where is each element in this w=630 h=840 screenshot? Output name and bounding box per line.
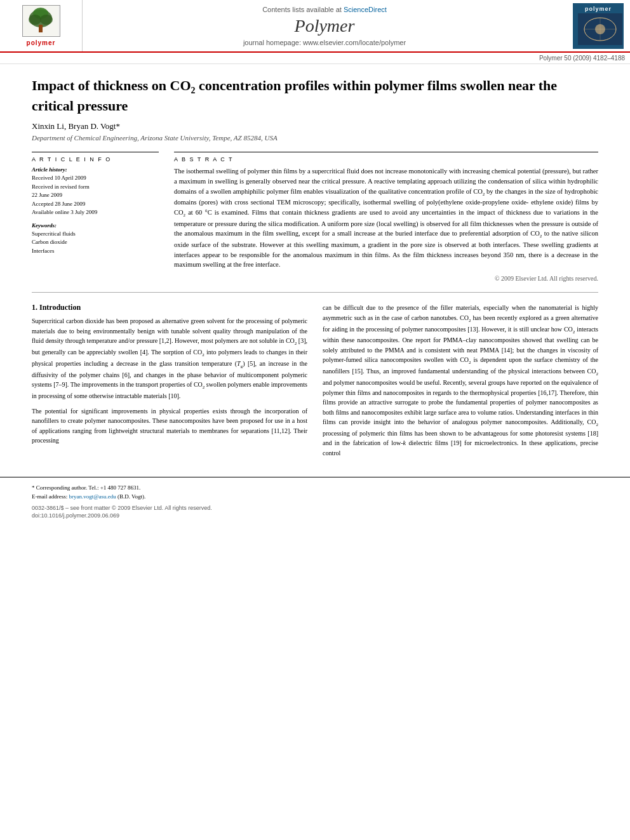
page-footer: * Corresponding author. Tel.: +1 480 727… bbox=[0, 477, 630, 525]
authors-line: Xinxin Li, Bryan D. Vogt* bbox=[32, 121, 598, 131]
elsevier-tree-icon bbox=[22, 5, 60, 37]
svg-point-5 bbox=[40, 15, 53, 25]
main-content: Impact of thickness on CO2 concentration… bbox=[0, 64, 630, 470]
intro-col-right: can be difficult due to the presence of … bbox=[323, 303, 598, 458]
history-group: Article history: Received 10 April 2009 … bbox=[32, 166, 159, 217]
keyword-2: Carbon dioxide bbox=[32, 238, 159, 247]
available-date: Available online 3 July 2009 bbox=[32, 208, 159, 217]
elsevier-logo-section: polymer bbox=[0, 0, 83, 51]
intro-para-2: The potential for significant improvemen… bbox=[32, 406, 307, 446]
polymer-badge: polymer bbox=[573, 3, 624, 49]
journal-header: polymer Contents lists available at Scie… bbox=[0, 0, 630, 53]
abstract-col: A B S T R A C T The isothermal swelling … bbox=[174, 152, 598, 282]
intro-para-3: can be difficult due to the presence of … bbox=[323, 303, 598, 458]
abstract-text: The isothermal swelling of polymer thin … bbox=[174, 166, 598, 270]
section-divider bbox=[32, 292, 598, 293]
revised-date: 22 June 2009 bbox=[32, 191, 159, 200]
affiliation-line: Department of Chemical Engineering, Ariz… bbox=[32, 134, 598, 142]
sciencedirect-anchor[interactable]: ScienceDirect bbox=[344, 6, 387, 13]
journal-homepage: journal homepage: www.elsevier.com/locat… bbox=[243, 39, 406, 46]
history-label: Article history: bbox=[32, 166, 159, 173]
abstract-box: A B S T R A C T The isothermal swelling … bbox=[174, 152, 598, 282]
intro-title: 1. Introduction bbox=[32, 303, 307, 312]
svg-rect-3 bbox=[39, 25, 43, 32]
header-center-block: Contents lists available at ScienceDirec… bbox=[83, 0, 566, 51]
keywords-label: Keywords: bbox=[32, 222, 159, 229]
email-note: E-mail address: bryan.vogt@asu.edu (B.D.… bbox=[32, 493, 598, 502]
journal-title-header: Polymer bbox=[295, 16, 355, 36]
email-link[interactable]: bryan.vogt@asu.edu bbox=[69, 493, 116, 500]
issn-line: 0032-3861/$ – see front matter © 2009 El… bbox=[32, 505, 212, 511]
corresponding-author-note: * Corresponding author. Tel.: +1 480 727… bbox=[32, 484, 598, 493]
article-meta-section: A R T I C L E I N F O Article history: R… bbox=[32, 152, 598, 282]
polymer-badge-section: polymer bbox=[566, 0, 630, 51]
introduction-section: 1. Introduction Supercritical carbon dio… bbox=[32, 303, 598, 458]
article-title: Impact of thickness on CO2 concentration… bbox=[32, 77, 598, 115]
footer-bar: 0032-3861/$ – see front matter © 2009 El… bbox=[32, 505, 598, 511]
keyword-3: Interfaces bbox=[32, 247, 159, 256]
abstract-label: A B S T R A C T bbox=[174, 156, 598, 163]
keyword-1: Supercritical fluids bbox=[32, 230, 159, 239]
svg-point-4 bbox=[29, 15, 41, 25]
journal-info-bar: Polymer 50 (2009) 4182–4188 bbox=[0, 53, 630, 64]
sciencedirect-link[interactable]: Contents lists available at ScienceDirec… bbox=[262, 6, 387, 13]
keywords-group: Keywords: Supercritical fluids Carbon di… bbox=[32, 222, 159, 256]
accepted-date: Accepted 28 June 2009 bbox=[32, 200, 159, 209]
article-info-col: A R T I C L E I N F O Article history: R… bbox=[32, 152, 159, 282]
article-info-box: A R T I C L E I N F O Article history: R… bbox=[32, 152, 159, 255]
intro-col-left: 1. Introduction Supercritical carbon dio… bbox=[32, 303, 307, 458]
article-info-label: A R T I C L E I N F O bbox=[32, 156, 159, 163]
received-date: Received 10 April 2009 bbox=[32, 174, 159, 183]
elsevier-wordmark: polymer bbox=[27, 39, 56, 46]
intro-para-1: Supercritical carbon dioxide has been pr… bbox=[32, 316, 307, 401]
page-wrapper: polymer Contents lists available at Scie… bbox=[0, 0, 630, 525]
copyright-line: © 2009 Elsevier Ltd. All rights reserved… bbox=[174, 275, 598, 282]
revised-label: Received in revised form bbox=[32, 183, 159, 192]
doi-line: doi:10.1016/j.polymer.2009.06.069 bbox=[32, 512, 598, 519]
